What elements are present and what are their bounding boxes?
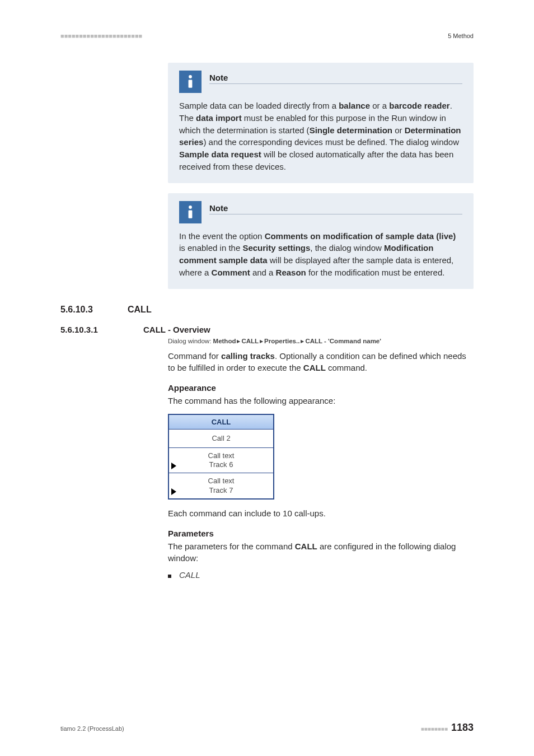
note-title: Note xyxy=(209,203,462,214)
note-header-row: Note xyxy=(179,201,462,223)
text: command. xyxy=(326,363,367,372)
footer-product: tiamo 2.2 (ProcessLab) xyxy=(60,725,124,732)
text: ) and the corresponding devices must be … xyxy=(203,137,459,147)
section-heading: 5.6.10.3 CALL xyxy=(60,305,474,315)
subsection-title: CALL - Overview xyxy=(143,325,210,334)
after-block-text: Each command can include to 10 call-ups. xyxy=(168,507,474,520)
note-box-1: Note Sample data can be loaded directly … xyxy=(168,63,474,183)
text: Call text xyxy=(208,451,235,460)
svg-rect-3 xyxy=(189,210,193,218)
page-footer: tiamo 2.2 (ProcessLab) ■■■■■■■■ 1183 xyxy=(60,722,474,734)
text-bold: barcode reader xyxy=(389,101,449,110)
triangle-right-icon: ▶ xyxy=(236,339,241,344)
note-title-wrap: Note xyxy=(209,201,462,214)
call-block-header: CALL xyxy=(169,415,273,430)
note-box-2: Note In the event the option Comments on… xyxy=(168,193,474,289)
triangle-right-icon: ▶ xyxy=(299,339,305,344)
intro-paragraph: Command for calling tracks. Optionally a… xyxy=(168,350,474,375)
page: ■■■■■■■■■■■■■■■■■■■■■■ 5 Method Note Sam… xyxy=(0,0,534,756)
crumb: Method xyxy=(213,338,236,344)
text: Track 7 xyxy=(209,486,233,494)
text-bold: data import xyxy=(196,113,242,123)
text: Track 6 xyxy=(209,460,233,469)
call-command-block: CALL Call 2 Call text Track 6 Call text … xyxy=(168,414,274,500)
section-title: CALL xyxy=(128,305,152,315)
header-chapter: 5 Method xyxy=(448,32,474,39)
text-bold: CALL xyxy=(295,542,317,551)
call-block-row: Call text Track 7 xyxy=(169,473,273,498)
appearance-text: The command has the following appearance… xyxy=(168,395,474,407)
bullet-square-icon xyxy=(168,575,171,578)
text: In the event the option xyxy=(179,231,265,241)
text: The parameters for the command xyxy=(168,542,295,551)
text-bold: balance xyxy=(339,101,370,110)
info-icon xyxy=(179,71,202,93)
subsection-heading: 5.6.10.3.1 CALL - Overview xyxy=(60,325,474,334)
text-bold: calling tracks xyxy=(221,351,275,361)
call-row-text: Call text Track 7 xyxy=(208,477,235,495)
footer-dots: ■■■■■■■■ xyxy=(421,726,448,732)
crumb: CALL xyxy=(241,338,259,344)
text: Command for xyxy=(168,351,221,361)
text-bold: Security settings xyxy=(242,243,310,253)
play-arrow-icon xyxy=(171,463,176,469)
text-bold: Sample data request xyxy=(179,150,261,159)
page-header: ■■■■■■■■■■■■■■■■■■■■■■ 5 Method xyxy=(60,32,474,39)
note-body: In the event the option Comments on modi… xyxy=(179,230,462,279)
text: and a xyxy=(250,268,276,277)
appearance-heading: Appearance xyxy=(168,383,474,393)
play-arrow-icon xyxy=(171,488,176,495)
text: , the dialog window xyxy=(310,243,384,253)
footer-right: ■■■■■■■■ 1183 xyxy=(421,722,474,734)
crumb: Properties.. xyxy=(264,338,299,344)
footer-page-number: 1183 xyxy=(451,722,474,734)
parameters-heading: Parameters xyxy=(168,529,474,538)
text: or a xyxy=(370,101,389,110)
text-bold: Single determination xyxy=(310,125,392,135)
dialog-breadcrumb: Dialog window: Method▶CALL▶Properties..▶… xyxy=(168,338,474,344)
call-block-row: Call text Track 6 xyxy=(169,448,273,474)
section-number: 5.6.10.3 xyxy=(60,305,128,315)
text: for the modification must be entered. xyxy=(306,268,445,277)
info-icon xyxy=(179,201,202,223)
subsection-number: 5.6.10.3.1 xyxy=(60,325,143,334)
text: Call 2 xyxy=(212,434,230,442)
parameters-text: The parameters for the command CALL are … xyxy=(168,540,474,565)
text: Call text xyxy=(208,477,235,485)
svg-point-2 xyxy=(189,206,192,209)
note-title: Note xyxy=(209,73,462,84)
header-dots: ■■■■■■■■■■■■■■■■■■■■■■ xyxy=(60,32,142,39)
svg-point-0 xyxy=(189,75,192,78)
bullet-text: CALL xyxy=(179,570,200,580)
svg-rect-1 xyxy=(189,80,193,87)
text: or xyxy=(392,125,405,135)
bullet-item: CALL xyxy=(168,570,474,580)
note-body: Sample data can be loaded directly from … xyxy=(179,100,462,173)
dialog-prefix: Dialog window: xyxy=(168,338,213,344)
note-title-wrap: Note xyxy=(209,71,462,84)
triangle-right-icon: ▶ xyxy=(259,339,264,344)
text-bold: Comment xyxy=(212,268,250,277)
note-header-row: Note xyxy=(179,71,462,93)
text-bold: CALL xyxy=(303,363,326,372)
text: is enabled in the xyxy=(179,243,242,253)
crumb: CALL - 'Command name' xyxy=(305,338,381,344)
text-bold: Reason xyxy=(276,268,306,277)
text: Sample data can be loaded directly from … xyxy=(179,101,339,110)
call-row-text: Call 2 xyxy=(212,434,230,443)
text-bold: Comments on modification of sample data … xyxy=(265,231,456,241)
content-column: Note Sample data can be loaded directly … xyxy=(168,63,474,289)
call-block-row: Call 2 xyxy=(169,430,273,448)
call-row-text: Call text Track 6 xyxy=(208,451,235,470)
